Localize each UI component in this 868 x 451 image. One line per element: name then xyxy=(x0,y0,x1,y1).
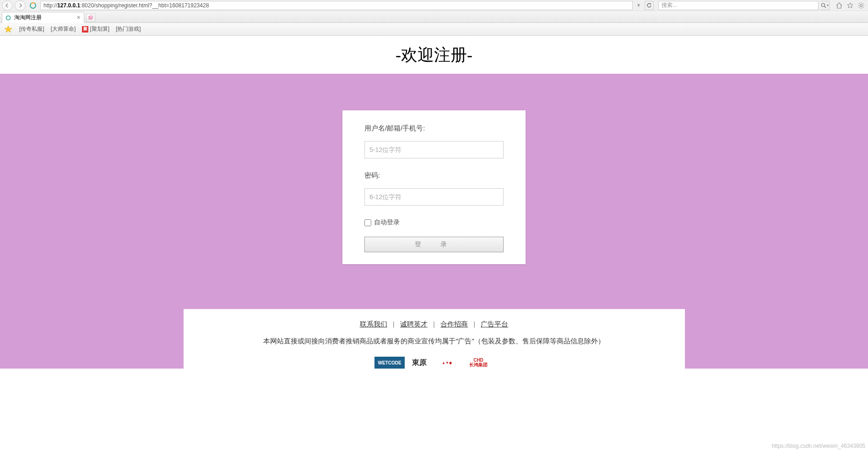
dropdown-arrow-icon[interactable]: ▼ xyxy=(636,3,641,8)
footer-logos: WETCODE 東原 ▲▼◆ CHD 长鸿集团 xyxy=(202,357,667,369)
password-label: 密码: xyxy=(364,171,504,180)
password-input[interactable] xyxy=(364,188,504,206)
logo-wetcode: WETCODE xyxy=(374,357,405,369)
footer-link-advertising[interactable]: 广告平台 xyxy=(481,320,508,328)
url-host: 127.0.0.1 xyxy=(57,2,80,9)
username-input[interactable] xyxy=(364,141,504,158)
auto-login-row[interactable]: 自动登录 xyxy=(364,218,504,227)
logo-dongyuan: 東原 xyxy=(408,357,430,369)
footer-note: 本网站直接或间接向消费者推销商品或者服务的商业宣传均属于"广告"（包装及参数、售… xyxy=(202,337,667,346)
page-content: -欢迎注册- 用户名/邮箱/手机号: 密码: 自动登录 登 录 联系我们 | 诚… xyxy=(0,36,868,451)
url-suffix: :8020/shopping/register.html?__hbt=16081… xyxy=(80,2,209,9)
browser-toolbar: http://127.0.0.1:8020/shopping/register.… xyxy=(0,0,868,11)
footer-link-contact[interactable]: 联系我们 xyxy=(360,320,387,328)
bookmark-link-3[interactable]: [热门游戏] xyxy=(116,25,141,33)
favorites-icon[interactable] xyxy=(845,1,855,10)
tab-bar: 淘淘网注册 ✕ xyxy=(0,11,868,23)
home-icon[interactable] xyxy=(834,1,844,10)
bookmark-link-1[interactable]: [大师算命] xyxy=(51,25,76,33)
refresh-button[interactable] xyxy=(645,1,654,10)
svg-point-3 xyxy=(6,16,11,20)
watermark: https://blog.csdn.net/weixin_46343805 xyxy=(772,443,865,449)
ie-favicon-icon xyxy=(5,15,11,21)
auto-login-checkbox[interactable] xyxy=(364,219,371,226)
forward-button[interactable] xyxy=(15,0,26,11)
search-button[interactable]: ▾ xyxy=(820,1,830,10)
svg-point-1 xyxy=(822,3,825,6)
ie-icon xyxy=(29,2,37,9)
page-title: -欢迎注册- xyxy=(0,44,868,66)
main-section: 用户名/邮箱/手机号: 密码: 自动登录 登 录 联系我们 | 诚聘英才 | 合… xyxy=(0,74,868,369)
login-form-card: 用户名/邮箱/手机号: 密码: 自动登录 登 录 xyxy=(342,110,526,264)
footer: 联系我们 | 诚聘英才 | 合作招商 | 广告平台 本网站直接或间接向消费者推销… xyxy=(184,309,685,369)
search-placeholder: 搜索... xyxy=(662,1,677,9)
back-button[interactable] xyxy=(2,0,13,11)
svg-point-2 xyxy=(860,4,863,6)
bookmark-badge: 聚 xyxy=(82,26,88,33)
svg-rect-5 xyxy=(90,16,92,18)
logo-changhong: CHD 长鸿集团 xyxy=(463,357,494,369)
bookmark-link-0[interactable]: [传奇私服] xyxy=(19,25,44,33)
auto-login-label: 自动登录 xyxy=(374,218,400,227)
footer-link-partnership[interactable]: 合作招商 xyxy=(440,320,468,328)
tab-title: 淘淘网注册 xyxy=(14,14,42,22)
login-button[interactable]: 登 录 xyxy=(364,237,504,252)
tab-close-button[interactable]: ✕ xyxy=(76,15,81,21)
browser-tab[interactable]: 淘淘网注册 ✕ xyxy=(2,12,84,23)
address-bar[interactable]: http://127.0.0.1:8020/shopping/register.… xyxy=(40,1,633,10)
settings-icon[interactable] xyxy=(856,1,866,10)
url-prefix: http:// xyxy=(43,2,57,9)
footer-link-careers[interactable]: 诚聘英才 xyxy=(400,320,428,328)
username-label: 用户名/邮箱/手机号: xyxy=(364,124,504,133)
bookmark-bar: [传奇私服] [大师算命] 聚 [聚划算] [热门游戏] xyxy=(0,23,868,36)
logo-tooopen: ▲▼◆ xyxy=(434,357,460,369)
search-bar[interactable]: 搜索... xyxy=(658,1,819,10)
bookmark-link-2[interactable]: 聚 [聚划算] xyxy=(82,25,109,33)
new-tab-button[interactable] xyxy=(86,14,95,22)
favorites-star-icon[interactable] xyxy=(4,25,13,34)
footer-links: 联系我们 | 诚聘英才 | 合作招商 | 广告平台 xyxy=(202,320,667,329)
